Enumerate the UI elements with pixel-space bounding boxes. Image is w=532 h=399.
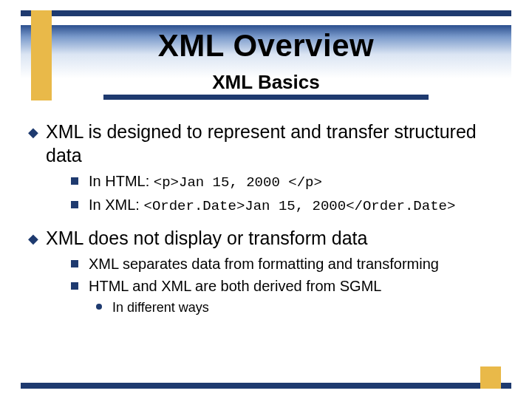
- accent-block-top: [31, 10, 52, 100]
- bullet-level1: ◆ XML does not display or transform data: [27, 226, 505, 250]
- bullet-level1: ◆ XML is designed to represent and trans…: [27, 120, 505, 167]
- square-bullet-icon: [71, 282, 78, 290]
- diamond-bullet-icon: ◆: [27, 121, 40, 143]
- dot-bullet-icon: [96, 304, 102, 310]
- bullet-text: In HTML: <p>Jan 15, 2000 </p>: [89, 171, 322, 192]
- square-bullet-icon: [71, 177, 78, 185]
- bullet-text: HTML and XML are both derived from SGML: [89, 276, 381, 296]
- slide-subtitle: XML Basics: [0, 71, 532, 94]
- bullet-level2: HTML and XML are both derived from SGML: [71, 276, 505, 296]
- code-span: <Order.Date>Jan 15, 2000</Order.Date>: [143, 198, 455, 214]
- bullet-level3: In different ways: [96, 299, 505, 316]
- square-bullet-icon: [71, 260, 78, 267]
- top-border-stripe: [21, 10, 511, 16]
- sub-bullet-group: XML separates data from formatting and t…: [71, 254, 505, 316]
- diamond-bullet-icon: ◆: [27, 228, 40, 250]
- accent-block-bottom: [480, 366, 501, 389]
- bullet-level2: XML separates data from formatting and t…: [71, 254, 505, 273]
- sub-bullet-group: In HTML: <p>Jan 15, 2000 </p> In XML: <O…: [71, 171, 505, 216]
- bullet-text: XML does not display or transform data: [46, 226, 367, 250]
- bullet-text: In different ways: [112, 299, 209, 316]
- text-span: In XML:: [89, 197, 143, 213]
- code-span: <p>Jan 15, 2000 </p>: [154, 174, 322, 191]
- title-underline: [103, 95, 429, 100]
- bullet-text: In XML: <Order.Date>Jan 15, 2000</Order.…: [89, 195, 455, 216]
- bottom-border-stripe: [21, 383, 511, 389]
- bullet-text: XML separates data from formatting and t…: [89, 254, 439, 273]
- text-span: In HTML:: [89, 173, 154, 189]
- slide-body: ◆ XML is designed to represent and trans…: [27, 120, 505, 327]
- bullet-level2: In HTML: <p>Jan 15, 2000 </p>: [71, 171, 505, 192]
- bullet-level2: In XML: <Order.Date>Jan 15, 2000</Order.…: [71, 195, 505, 216]
- subsub-bullet-group: In different ways: [96, 299, 505, 316]
- bullet-text: XML is designed to represent and transfe…: [46, 120, 505, 167]
- square-bullet-icon: [71, 201, 78, 208]
- slide-title: XML Overview: [21, 28, 511, 64]
